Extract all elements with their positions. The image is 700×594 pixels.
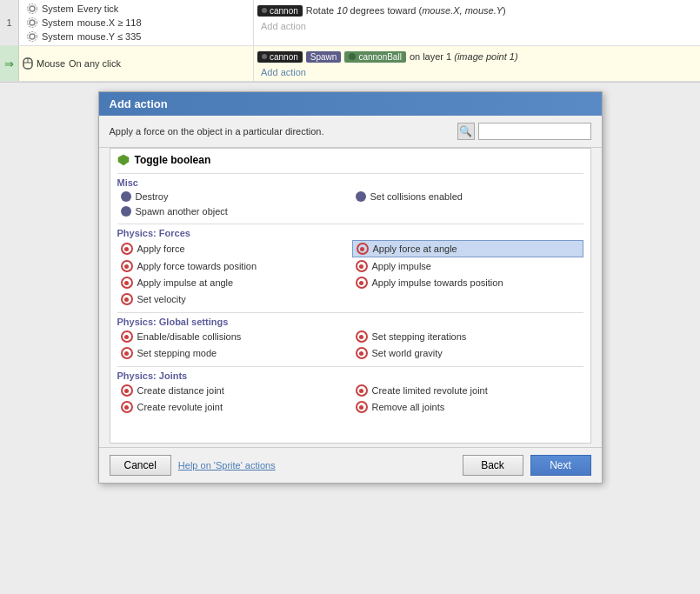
row-number-2: ⇒ (0, 46, 19, 81)
physics-icon-ssi (356, 330, 368, 343)
physics-icon-edc (121, 330, 133, 343)
dialog-overlay: Add action Apply a force on the object i… (0, 83, 700, 594)
search-icon-button[interactable]: 🔍 (457, 123, 475, 140)
toggle-boolean-item[interactable]: Toggle boolean (117, 152, 583, 168)
row-number-1: 1 (0, 0, 19, 45)
apply-impulse-item[interactable]: Apply impulse (352, 258, 583, 274)
back-button[interactable]: Back (463, 455, 523, 476)
physics-icon-afa (357, 243, 369, 255)
misc-section-label: Misc (117, 177, 583, 188)
set-stepping-iterations-label: Set stepping iterations (372, 331, 467, 342)
event-table: 1 System Every tick (0, 0, 700, 83)
remove-all-joints-item[interactable]: Remove all joints (352, 399, 583, 415)
condition-type-1b: System (42, 17, 74, 28)
physics-icon-af (121, 243, 133, 255)
shield-icon (117, 154, 130, 166)
divider-physics-joints (117, 366, 583, 367)
divider-misc (117, 173, 583, 174)
event-row-2: ⇒ Mouse On any click cannon Spawn (0, 46, 700, 82)
help-link[interactable]: Help on 'Sprite' actions (178, 460, 276, 471)
search-box: 🔍 (457, 123, 591, 140)
cannonball-label: cannonBall (358, 52, 401, 62)
next-button[interactable]: Next (530, 455, 591, 476)
enable-disable-collisions-label: Enable/disable collisions (137, 331, 242, 342)
gear-icon-1a (26, 3, 38, 15)
apply-force-item[interactable]: Apply force (117, 240, 349, 257)
add-action-dialog: Add action Apply a force on the object i… (98, 91, 603, 484)
cannon-label-1: cannon (270, 6, 298, 16)
apply-impulse-position-item[interactable]: Apply impulse towards position (352, 275, 583, 290)
set-stepping-mode-item[interactable]: Set stepping mode (117, 345, 349, 361)
condition-line-1c: System mouse.Y ≤ 335 (23, 30, 145, 43)
cannon-label-2: cannon (270, 52, 298, 62)
physics-icon-clr (356, 384, 368, 397)
footer-right: Back Next (463, 455, 591, 476)
action-list-container[interactable]: Toggle boolean Misc Destroy Set collisio… (110, 148, 591, 444)
condition-cell-1: System Every tick System mouse.X ≥ 118 (19, 0, 254, 45)
apply-impulse-position-label: Apply impulse towards position (372, 277, 503, 288)
condition-type-2: Mouse (37, 58, 65, 69)
apply-force-angle-item[interactable]: Apply force at angle (352, 240, 583, 257)
create-revolute-joint-item[interactable]: Create revolute joint (117, 399, 349, 415)
svg-point-1 (28, 4, 37, 14)
apply-impulse-label: Apply impulse (372, 261, 431, 271)
search-input[interactable] (478, 123, 591, 140)
set-velocity-label: Set velocity (137, 294, 186, 304)
condition-detail-1b: mouse.X ≥ 118 (77, 17, 142, 28)
set-world-gravity-label: Set world gravity (372, 348, 443, 358)
physics-icon-aip (356, 277, 368, 289)
set-stepping-iterations-item[interactable]: Set stepping iterations (352, 329, 583, 344)
cannon-badge-2: cannon (257, 51, 303, 63)
apply-impulse-angle-label: Apply impulse at angle (137, 277, 234, 288)
cancel-button[interactable]: Cancel (110, 455, 171, 476)
physics-icon-crj (121, 401, 133, 413)
add-action-2[interactable]: Add action (257, 65, 697, 79)
toggle-boolean-label: Toggle boolean (135, 154, 211, 166)
physics-global-label: Physics: Global settings (117, 317, 583, 327)
set-collisions-label: Set collisions enabled (370, 191, 463, 202)
physics-icon-raj (356, 401, 368, 413)
add-action-1[interactable]: Add action (257, 19, 697, 33)
cannonball-badge: cannonBall (344, 51, 405, 63)
svg-point-0 (30, 6, 35, 11)
svg-point-3 (28, 18, 37, 28)
destroy-item[interactable]: Destroy (117, 190, 349, 204)
physics-global-grid: Enable/disable collisions Set stepping i… (117, 329, 583, 361)
apply-impulse-angle-item[interactable]: Apply impulse at angle (117, 275, 349, 290)
conditions-group-1: System Every tick System mouse.X ≥ 118 (23, 2, 145, 43)
physics-icon-swg (356, 347, 368, 359)
dialog-title: Add action (99, 92, 602, 116)
svg-marker-9 (118, 155, 129, 165)
action-cell-1: cannon Rotate 10 degrees toward (mouse.X… (254, 0, 700, 45)
apply-force-position-item[interactable]: Apply force towards position (117, 258, 349, 274)
svg-point-4 (30, 34, 35, 39)
remove-all-joints-label: Remove all joints (372, 402, 445, 412)
arrow-icon-2: ⇒ (4, 57, 14, 70)
destroy-icon (121, 191, 131, 202)
create-revolute-joint-label: Create revolute joint (137, 402, 223, 412)
set-collisions-item[interactable]: Set collisions enabled (352, 190, 583, 204)
action-line-1: cannon Rotate 10 degrees toward (mouse.X… (257, 2, 697, 19)
action-cell-2: cannon Spawn cannonBall on layer 1 (imag… (254, 46, 700, 81)
create-limited-revolute-item[interactable]: Create limited revolute joint (352, 383, 583, 398)
physics-icon-ai (356, 260, 368, 272)
enable-disable-collisions-item[interactable]: Enable/disable collisions (117, 329, 349, 344)
condition-line-1a: System Every tick (23, 2, 145, 16)
set-stepping-mode-label: Set stepping mode (137, 348, 217, 358)
physics-joints-label: Physics: Joints (117, 370, 583, 381)
set-velocity-item[interactable]: Set velocity (117, 291, 349, 307)
spawn-another-item[interactable]: Spawn another object (117, 204, 349, 218)
spawn-another-label: Spawn another object (136, 206, 228, 217)
set-world-gravity-item[interactable]: Set world gravity (352, 345, 583, 361)
main-container: 1 System Every tick (0, 0, 700, 594)
spawn-icon (121, 206, 131, 217)
create-distance-joint-item[interactable]: Create distance joint (117, 383, 349, 398)
cannon-badge-1: cannon (257, 5, 303, 17)
create-limited-revolute-label: Create limited revolute joint (372, 385, 488, 396)
apply-force-position-label: Apply force towards position (137, 261, 257, 271)
misc-actions-grid: Destroy Set collisions enabled Spawn ano… (117, 190, 583, 218)
condition-cell-2: Mouse On any click (19, 46, 254, 81)
collisions-icon (356, 191, 366, 202)
condition-detail-1c: mouse.Y ≤ 335 (77, 31, 142, 42)
svg-point-5 (28, 32, 37, 42)
